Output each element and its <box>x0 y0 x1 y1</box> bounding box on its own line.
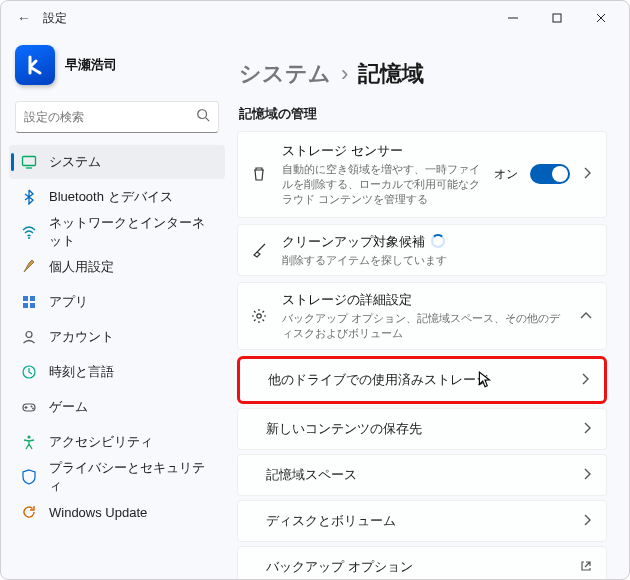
card-title: ストレージの詳細設定 <box>282 291 566 309</box>
broom-icon <box>250 242 268 258</box>
advanced-storage-expander[interactable]: ストレージの詳細設定 バックアップ オプション、記憶域スペース、その他のディスク… <box>237 282 607 350</box>
sidebar-item-gaming[interactable]: ゲーム <box>9 390 225 424</box>
chevron-right-icon <box>582 422 592 437</box>
subitem-storage-spaces[interactable]: 記憶域スペース <box>237 454 607 496</box>
minimize-button[interactable] <box>491 3 535 33</box>
card-title: ストレージ センサー <box>282 142 480 160</box>
svg-point-12 <box>32 408 34 410</box>
accounts-icon <box>21 329 37 345</box>
sidebar-item-update[interactable]: Windows Update <box>9 495 225 529</box>
external-link-icon <box>580 560 592 575</box>
svg-point-13 <box>27 435 30 438</box>
search-icon <box>196 108 210 126</box>
sidebar-nav: システムBluetooth とデバイスネットワークとインターネット個人用設定アプ… <box>9 145 225 529</box>
svg-rect-7 <box>30 303 35 308</box>
sidebar-item-label: Windows Update <box>49 505 147 520</box>
svg-point-11 <box>31 406 33 408</box>
sidebar-item-label: 個人用設定 <box>49 258 114 276</box>
sidebar-item-label: 時刻と言語 <box>49 363 114 381</box>
user-name: 早瀬浩司 <box>65 58 117 73</box>
maximize-button[interactable] <box>535 3 579 33</box>
time-icon <box>21 364 37 380</box>
svg-rect-2 <box>23 157 36 166</box>
card-sub: バックアップ オプション、記憶域スペース、その他のディスクおよびボリューム <box>282 311 566 341</box>
sidebar-item-privacy[interactable]: プライバシーとセキュリティ <box>9 460 225 494</box>
sidebar-item-label: アプリ <box>49 293 88 311</box>
chevron-right-icon <box>582 165 592 183</box>
chevron-right-icon <box>582 468 592 483</box>
breadcrumb-current: 記憶域 <box>358 59 424 89</box>
sidebar-item-apps[interactable]: アプリ <box>9 285 225 319</box>
svg-rect-4 <box>23 296 28 301</box>
sidebar-item-label: Bluetooth とデバイス <box>49 188 173 206</box>
card-sub: 自動的に空き領域を増やす、一時ファイルを削除する、ローカルで利用可能なクラウド … <box>282 162 480 207</box>
loading-spinner-icon <box>431 234 445 248</box>
subitem-label: 他のドライブでの使用済みストレージ <box>268 371 568 389</box>
sidebar-item-label: ゲーム <box>49 398 88 416</box>
card-title: クリーンアップ対象候補 <box>282 233 592 251</box>
breadcrumb-parent[interactable]: システム <box>239 59 331 89</box>
subitem-backup-options[interactable]: バックアップ オプション <box>237 546 607 579</box>
svg-rect-0 <box>553 14 561 22</box>
subitem-label: 記憶域スペース <box>266 466 570 484</box>
apps-icon <box>21 294 37 310</box>
sidebar-item-system[interactable]: システム <box>9 145 225 179</box>
chevron-right-icon <box>580 373 590 388</box>
breadcrumb: システム › 記憶域 <box>239 59 607 89</box>
subitem-disks-volumes[interactable]: ディスクとボリューム <box>237 500 607 542</box>
sidebar-item-label: ネットワークとインターネット <box>49 214 215 250</box>
bt-icon <box>21 189 37 205</box>
personal-icon <box>21 259 37 275</box>
subitem-other-drives[interactable]: 他のドライブでの使用済みストレージ <box>237 356 607 404</box>
sidebar-item-label: システム <box>49 153 101 171</box>
window-title: 設定 <box>43 10 67 27</box>
user-profile[interactable]: 早瀬浩司 <box>9 39 225 95</box>
gear-icon <box>250 308 268 324</box>
trash-icon <box>250 166 268 182</box>
section-heading: 記憶域の管理 <box>239 105 607 123</box>
sidebar-item-accounts[interactable]: アカウント <box>9 320 225 354</box>
svg-point-1 <box>198 110 207 119</box>
privacy-icon <box>21 469 37 485</box>
storage-sense-toggle[interactable] <box>530 164 570 184</box>
search-input[interactable] <box>24 110 188 124</box>
chevron-right-icon: › <box>341 61 348 87</box>
titlebar: ← 設定 <box>1 1 629 35</box>
svg-rect-5 <box>30 296 35 301</box>
chevron-up-icon <box>580 307 592 325</box>
main-panel: システム › 記憶域 記憶域の管理 ストレージ センサー 自動的に空き領域を増や… <box>229 35 629 579</box>
search-box[interactable] <box>15 101 219 133</box>
subitem-label: 新しいコンテンツの保存先 <box>266 420 570 438</box>
subitem-label: ディスクとボリューム <box>266 512 570 530</box>
close-button[interactable] <box>579 3 623 33</box>
card-sub: 削除するアイテムを探しています <box>282 253 592 268</box>
network-icon <box>21 224 37 240</box>
sidebar-item-bt[interactable]: Bluetooth とデバイス <box>9 180 225 214</box>
svg-point-14 <box>257 314 261 318</box>
chevron-right-icon <box>582 514 592 529</box>
svg-point-8 <box>26 332 32 338</box>
sidebar-item-label: アカウント <box>49 328 114 346</box>
subitem-save-locations[interactable]: 新しいコンテンツの保存先 <box>237 408 607 450</box>
update-icon <box>21 504 37 520</box>
storage-sense-card[interactable]: ストレージ センサー 自動的に空き領域を増やす、一時ファイルを削除する、ローカル… <box>237 131 607 218</box>
toggle-state-label: オン <box>494 166 518 183</box>
sidebar-item-a11y[interactable]: アクセシビリティ <box>9 425 225 459</box>
system-icon <box>21 154 37 170</box>
sidebar-item-personal[interactable]: 個人用設定 <box>9 250 225 284</box>
back-button[interactable]: ← <box>17 10 31 26</box>
a11y-icon <box>21 434 37 450</box>
subitem-label: バックアップ オプション <box>266 558 568 576</box>
sidebar-item-label: プライバシーとセキュリティ <box>49 459 215 495</box>
sidebar-item-label: アクセシビリティ <box>49 433 153 451</box>
avatar-icon <box>15 45 55 85</box>
svg-point-3 <box>28 237 30 239</box>
cleanup-card[interactable]: クリーンアップ対象候補 削除するアイテムを探しています <box>237 224 607 277</box>
sidebar-item-time[interactable]: 時刻と言語 <box>9 355 225 389</box>
advanced-sublist: 他のドライブでの使用済みストレージ新しいコンテンツの保存先記憶域スペースディスク… <box>237 356 607 579</box>
sidebar: 早瀬浩司 システムBluetooth とデバイスネットワークとインターネット個人… <box>1 35 229 579</box>
gaming-icon <box>21 399 37 415</box>
sidebar-item-network[interactable]: ネットワークとインターネット <box>9 215 225 249</box>
svg-rect-6 <box>23 303 28 308</box>
